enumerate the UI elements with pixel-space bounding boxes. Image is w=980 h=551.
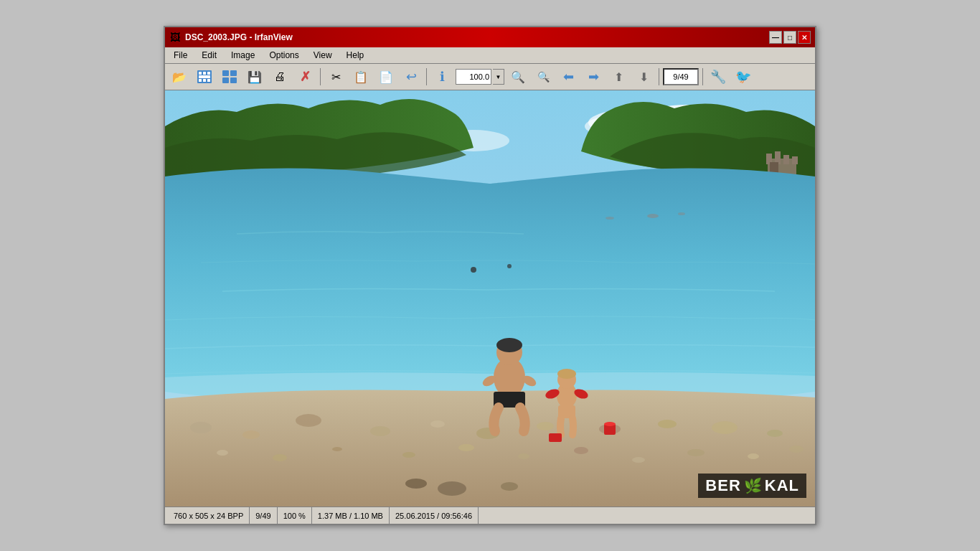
special-button[interactable]: 🐦 (732, 66, 755, 88)
svg-point-42 (518, 453, 529, 459)
zoom-out-button[interactable]: 🔍− (532, 66, 555, 88)
menu-help[interactable]: Help (341, 49, 370, 62)
svg-point-27 (242, 430, 260, 439)
status-datetime: 25.06.2015 / 09:56:46 (390, 507, 479, 524)
zoom-in-button[interactable]: 🔍 (507, 66, 529, 88)
svg-point-47 (789, 446, 804, 453)
window-title: DSC_2003.JPG - IrfanView (185, 32, 293, 42)
svg-point-46 (748, 453, 759, 459)
info-button[interactable]: ℹ (430, 66, 453, 88)
svg-point-53 (678, 212, 685, 215)
svg-rect-5 (203, 79, 206, 82)
svg-point-45 (687, 449, 705, 456)
svg-point-32 (537, 422, 554, 430)
menu-view[interactable]: View (308, 49, 338, 62)
svg-point-39 (332, 447, 342, 451)
scroll-up-button[interactable]: ⬆ (607, 66, 630, 88)
svg-point-64 (557, 369, 576, 379)
watermark: BER 🌿 KAL (698, 474, 806, 498)
svg-rect-24 (792, 156, 798, 164)
prev-button[interactable]: ⬅ (557, 66, 580, 88)
delete-button[interactable]: ✗ (293, 66, 316, 88)
menu-image[interactable]: Image (225, 49, 260, 62)
open-button[interactable]: 📂 (168, 66, 191, 88)
svg-point-26 (190, 422, 212, 433)
svg-point-34 (658, 420, 677, 428)
image-canvas: BER 🌿 KAL (165, 90, 815, 507)
svg-point-50 (501, 482, 518, 491)
settings-button[interactable]: 🔧 (707, 66, 730, 88)
menu-options[interactable]: Options (263, 49, 304, 62)
title-bar: 🖼 DSC_2003.JPG - IrfanView — □ ✕ (165, 27, 815, 47)
svg-point-38 (273, 454, 287, 461)
svg-point-43 (574, 447, 588, 454)
image-area: BER 🌿 KAL (165, 90, 815, 507)
application-window: 🖼 DSC_2003.JPG - IrfanView — □ ✕ File Ed… (164, 26, 816, 525)
svg-point-58 (496, 338, 522, 352)
svg-point-41 (458, 444, 474, 451)
paste-button[interactable]: 📄 (374, 66, 397, 88)
svg-point-29 (370, 426, 390, 436)
svg-rect-2 (203, 72, 206, 75)
watermark-text: BER (705, 476, 740, 495)
zoom-input[interactable]: 100.0 (456, 69, 491, 85)
svg-rect-3 (207, 72, 210, 75)
next-button[interactable]: ➡ (582, 66, 605, 88)
toolbar: 📂 💾 🖨 ✗ ✂ 📋 (165, 64, 815, 90)
svg-point-30 (430, 420, 445, 428)
status-dimensions: 760 x 505 x 24 BPP (168, 507, 250, 524)
svg-point-69 (604, 422, 616, 426)
svg-rect-8 (222, 70, 229, 76)
svg-point-55 (507, 264, 512, 268)
window-controls: — □ ✕ (769, 31, 811, 44)
separator-4 (702, 68, 703, 85)
scroll-down-button[interactable]: ⬇ (632, 66, 655, 88)
status-bar: 760 x 505 x 24 BPP 9/49 100 % 1.37 MB / … (165, 507, 815, 524)
svg-point-35 (712, 421, 738, 434)
svg-point-44 (632, 457, 645, 463)
close-button[interactable]: ✕ (798, 31, 811, 44)
filmstrip-button[interactable] (193, 66, 216, 88)
watermark-suffix: KAL (765, 476, 799, 495)
svg-rect-10 (222, 77, 229, 83)
separator-1 (320, 68, 321, 85)
svg-point-40 (402, 452, 415, 458)
separator-3 (659, 68, 659, 85)
separator-2 (426, 68, 427, 85)
menu-file[interactable]: File (168, 49, 193, 62)
status-zoom: 100 % (278, 507, 312, 524)
thumbnails-button[interactable] (218, 66, 241, 88)
image-counter: 9/49 (663, 68, 699, 85)
status-position: 9/49 (250, 507, 277, 524)
svg-point-28 (296, 414, 321, 427)
status-filesize: 1.37 MB / 1.10 MB (312, 507, 390, 524)
svg-rect-1 (199, 72, 202, 75)
save-button[interactable]: 💾 (243, 66, 266, 88)
svg-rect-23 (783, 155, 789, 164)
copy-button[interactable]: 📋 (349, 66, 372, 88)
restore-button[interactable]: □ (783, 31, 796, 44)
svg-point-51 (647, 214, 659, 218)
svg-point-36 (767, 430, 783, 437)
title-bar-left: 🖼 DSC_2003.JPG - IrfanView (169, 32, 293, 43)
watermark-icon: 🌿 (744, 477, 762, 494)
svg-rect-9 (230, 70, 237, 76)
svg-rect-11 (230, 77, 237, 83)
zoom-dropdown[interactable]: ▼ (493, 69, 504, 85)
svg-rect-6 (207, 79, 210, 82)
beach-image (165, 90, 815, 507)
scissors-button[interactable]: ✂ (324, 66, 347, 88)
undo-button[interactable]: ↩ (400, 66, 423, 88)
minimize-button[interactable]: — (769, 31, 782, 44)
print-button[interactable]: 🖨 (268, 66, 291, 88)
svg-point-37 (217, 450, 228, 456)
menu-edit[interactable]: Edit (196, 49, 222, 62)
zoom-container: 100.0 ▼ (456, 69, 504, 85)
app-icon: 🖼 (169, 32, 181, 43)
svg-point-54 (471, 267, 476, 273)
svg-point-52 (606, 217, 614, 220)
svg-rect-4 (199, 79, 202, 82)
svg-rect-70 (549, 433, 562, 442)
menu-bar: File Edit Image Options View Help (165, 47, 815, 64)
svg-point-49 (405, 479, 427, 489)
